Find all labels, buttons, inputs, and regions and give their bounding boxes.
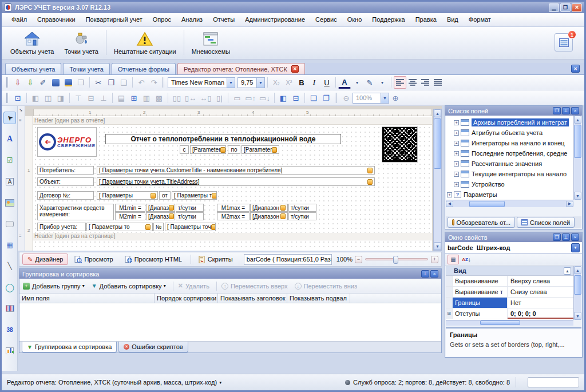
- close-icon[interactable]: ×: [571, 233, 579, 241]
- zoom-slider[interactable]: − +: [355, 256, 438, 263]
- object-label[interactable]: Объект:: [37, 177, 94, 186]
- import-icon[interactable]: ⇩: [24, 76, 37, 89]
- column-field-name[interactable]: Имя поля: [19, 294, 155, 303]
- tab-points[interactable]: Точки учета: [63, 63, 110, 74]
- consumer-label[interactable]: Потребитель:: [37, 166, 94, 175]
- scroll-down-icon[interactable]: ▼: [574, 312, 581, 320]
- spacing-h-icon[interactable]: ▯▯: [171, 92, 183, 104]
- align-bottoms-icon[interactable]: ⊥: [97, 92, 110, 104]
- align-lefts-icon[interactable]: ◧: [29, 92, 42, 104]
- spacing-v-icon[interactable]: ▭: [231, 92, 243, 104]
- category-row[interactable]: Вид▲: [446, 266, 573, 276]
- zoom-select[interactable]: 100%▼: [353, 93, 389, 104]
- expand-icon[interactable]: +: [454, 182, 459, 187]
- barcode-image[interactable]: [382, 126, 418, 163]
- export-icon[interactable]: ⇩: [11, 76, 24, 89]
- scroll-down-icon[interactable]: ▼: [434, 242, 441, 250]
- zoom-plus-icon[interactable]: +: [431, 256, 438, 263]
- property-row[interactable]: ВыравниваниеВверху слева: [446, 276, 573, 287]
- pin-icon[interactable]: ⊥: [562, 107, 570, 114]
- center-horizontal-icon[interactable]: ◧: [277, 92, 290, 104]
- snap-grid-icon[interactable]: ⊡: [11, 92, 24, 104]
- tree-item[interactable]: +?Параметры: [446, 189, 573, 200]
- column-show-footer[interactable]: Показывать подвал: [287, 294, 350, 303]
- objects-button[interactable]: Объекты учета: [5, 28, 59, 57]
- maximize-button[interactable]: ❐: [560, 3, 571, 12]
- chevron-down-icon[interactable]: ▼: [571, 243, 580, 252]
- tab-report-editor[interactable]: Редактор отчета: Отопление, ХТСК ✕: [177, 63, 305, 74]
- zoom-slider-track[interactable]: [365, 258, 428, 260]
- menu-administration[interactable]: Администрирование: [240, 14, 310, 25]
- add-sort-button[interactable]: ▼Добавить сортировку ▾: [92, 283, 166, 290]
- report-header-band[interactable]: Header [один раз в отчёте]: [33, 117, 432, 125]
- expand-icon[interactable]: +: [454, 130, 459, 136]
- grouping-table-body[interactable]: [19, 303, 441, 341]
- spacing-v-dec-icon[interactable]: ▭↓: [258, 92, 272, 104]
- object-field[interactable]: [ Параметры точки учета.TitleAddress]: [97, 177, 375, 186]
- zoom-in-icon[interactable]: ⊕: [389, 92, 402, 104]
- menu-view[interactable]: Вид: [442, 14, 464, 25]
- property-grid-hscrollbar[interactable]: [446, 320, 573, 326]
- measuring-label[interactable]: Характеристики средствизмерения:: [37, 204, 114, 220]
- tabstrip-close-icon[interactable]: ✕: [571, 65, 580, 73]
- scrollbar-thumb[interactable]: [480, 320, 520, 325]
- save-icon[interactable]: [49, 76, 62, 89]
- expand-icon[interactable]: ⊞: [446, 308, 453, 319]
- subscript-button[interactable]: X₂: [270, 76, 283, 89]
- column-sort-order[interactable]: Порядок сортировки: [155, 294, 218, 303]
- undo-icon[interactable]: ↶: [135, 76, 148, 89]
- spacing-v-inc-icon[interactable]: ▭↑: [243, 92, 258, 104]
- align-center-button[interactable]: [406, 76, 419, 89]
- menu-polling[interactable]: Опрос: [148, 14, 176, 25]
- save-all-icon[interactable]: ❒: [74, 76, 87, 89]
- m1min-range-field[interactable]: [Диапаз: [146, 204, 175, 212]
- menu-file[interactable]: Файл: [6, 14, 32, 25]
- tab-field-list[interactable]: Список полей: [517, 217, 575, 228]
- m1min-label[interactable]: M1min =: [115, 204, 145, 212]
- contract-field-2[interactable]: [ Параметры т: [172, 191, 217, 200]
- pin-icon[interactable]: ⊥: [421, 270, 429, 278]
- maximize-icon[interactable]: ❐: [553, 233, 561, 241]
- font-color-dropdown-icon[interactable]: ▾: [351, 76, 363, 89]
- report-title-field[interactable]: Отчет о теплопотреблении в теплофикацион…: [105, 134, 341, 144]
- toolbar-grip[interactable]: [163, 77, 165, 88]
- menu-service[interactable]: Сервис: [310, 14, 342, 25]
- table-tool[interactable]: ▦: [3, 239, 16, 251]
- align-tops-icon[interactable]: ⊤: [72, 92, 85, 104]
- redo-icon[interactable]: ↷: [148, 76, 160, 89]
- align-right-button[interactable]: [419, 76, 431, 89]
- same-both-icon[interactable]: ▩: [153, 92, 165, 104]
- property-row[interactable]: ⊞Отступы0; 0; 0; 0: [446, 308, 573, 319]
- same-height-icon[interactable]: ▥: [140, 92, 153, 104]
- statusbar-left-text[interactable]: Редактор отчета: Отопление, ХТСК (суточн…: [7, 379, 217, 386]
- tree-item[interactable]: +Последние потребления, средне: [446, 148, 573, 159]
- digits-tool[interactable]: 38: [3, 323, 16, 336]
- expand-icon[interactable]: +: [454, 161, 459, 167]
- scroll-up-icon[interactable]: ▲: [434, 109, 441, 117]
- m2min-label[interactable]: M2min =: [115, 212, 145, 220]
- period-to-field[interactable]: [Parameter: [241, 145, 279, 154]
- text-tool[interactable]: A: [3, 133, 16, 145]
- m2min-unit[interactable]: т/сутки: [176, 212, 204, 220]
- spacing-h-inc-icon[interactable]: ▯↔: [183, 92, 198, 104]
- property-row[interactable]: ГраницыНет: [446, 298, 573, 308]
- tree-item[interactable]: +Архивы потреблений и интеграт: [446, 117, 573, 128]
- align-centers-icon[interactable]: ◫: [42, 92, 54, 104]
- report-canvas[interactable]: Header [один раз в отчёте] ➔ ЭНЕРГО СБЕР…: [33, 116, 432, 251]
- tab-report-browser[interactable]: Обозреватель от...: [448, 217, 515, 228]
- send-back-icon[interactable]: ❐: [320, 92, 332, 104]
- field-tree[interactable]: +Архивы потреблений и интеграт +Атрибуты…: [446, 116, 573, 200]
- barcode-tool[interactable]: [3, 302, 16, 315]
- contract-label[interactable]: Договор №:: [37, 191, 94, 200]
- menu-analysis[interactable]: Анализ: [176, 14, 208, 25]
- font-color-button[interactable]: A: [338, 76, 351, 89]
- property-row[interactable]: Выравнивание тСнизу слева: [446, 287, 573, 298]
- picture-tool[interactable]: [3, 196, 16, 209]
- field-list-vscrollbar[interactable]: ▲ ▼: [573, 116, 581, 200]
- save-as-icon[interactable]: [62, 76, 74, 89]
- expand-icon[interactable]: +: [447, 192, 452, 197]
- contract-sep-label[interactable]: от: [159, 191, 171, 200]
- period-to-label[interactable]: по: [228, 145, 240, 154]
- align-rights-icon[interactable]: ◨: [54, 92, 67, 104]
- copy-icon[interactable]: ❐: [105, 76, 117, 89]
